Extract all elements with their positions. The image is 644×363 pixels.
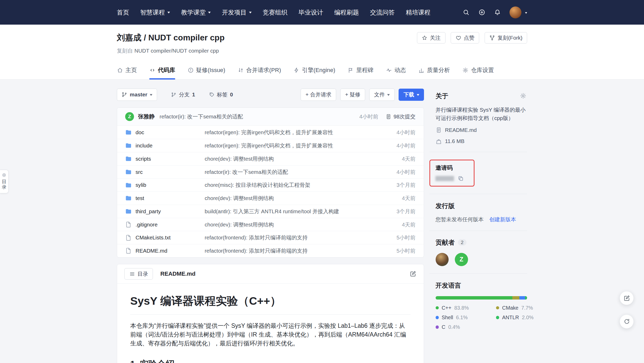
file-name[interactable]: .gitignore [125, 221, 204, 228]
table-row: README.md refactor(frontend): 添加对只编译前端的支… [117, 244, 424, 257]
readme-link[interactable]: README.md [436, 127, 527, 133]
file-menu-button[interactable]: 文件 [369, 89, 395, 101]
file-name[interactable]: sylib [125, 182, 204, 188]
legend-dot [496, 306, 499, 310]
avatar[interactable] [509, 6, 521, 18]
gear-icon [462, 67, 469, 73]
language-segment [512, 296, 519, 300]
copy-icon[interactable] [458, 175, 464, 182]
toc-float-button[interactable]: 目录 [0, 170, 9, 193]
legend-item: C++83.8% [436, 305, 496, 311]
like-button[interactable]: 点赞 [451, 32, 479, 44]
search-icon[interactable] [463, 9, 470, 16]
tab-activity[interactable]: 动态 [386, 61, 406, 79]
bell-icon[interactable] [494, 9, 501, 16]
fork-button[interactable]: 复刻(Fork) [485, 32, 527, 44]
commit-author-avatar[interactable]: Z [125, 112, 134, 121]
code-toolbar: master 分支1 标签0 + 合并请求 + 疑修 文件 下 [117, 89, 424, 101]
nav-competitions[interactable]: 竞赛组织 [263, 8, 287, 17]
file-name[interactable]: README.md [125, 247, 204, 254]
new-issue-button[interactable]: + 疑修 [340, 89, 365, 101]
file-commit-message[interactable]: refactor(irgen): 完善irgen代码和文档，提升扩展兼容性 [205, 142, 381, 149]
file-commit-message[interactable]: chore(dev): 调整test用例结构 [205, 221, 381, 228]
file-name[interactable]: doc [125, 129, 204, 136]
file-commit-message[interactable]: build(antlr): 引入第三方 ANTLR4 runtime/tool … [205, 208, 381, 215]
file-commit-message[interactable]: chore(misc): 按目录结构设计初始化工程骨架 [205, 181, 381, 189]
table-row: doc refactor(irgen): 完善irgen代码和文档，提升扩展兼容… [117, 126, 424, 139]
divider [429, 194, 527, 194]
nav-coding-practice[interactable]: 编程刷题 [334, 8, 359, 17]
edit-readme-button[interactable] [410, 271, 416, 277]
branches-link[interactable]: 分支1 [171, 91, 195, 98]
folder-icon [125, 169, 132, 175]
tab-home[interactable]: 主页 [117, 61, 137, 79]
contributor-avatar[interactable]: Z [455, 253, 468, 266]
file-commit-time: 4小时前 [380, 129, 415, 136]
file-commit-message[interactable]: refactor(frontend): 添加对只编译前端的支持 [205, 247, 381, 254]
tab-code[interactable]: 代码库 [149, 61, 175, 79]
repo-actions: 关注 点赞 复刻(Fork) [417, 32, 527, 44]
releases-section: 发行版 您暂未发布任何版本 创建新版本 [429, 202, 527, 223]
tab-engine[interactable]: 引擎(Engine) [293, 61, 335, 79]
releases-empty-text: 您暂未发布任何版本 [436, 216, 484, 223]
file-name[interactable]: include [125, 142, 204, 149]
readme-panel: 目录 README.md SysY 编译器课程实验（C++） 本仓库为“并行编译… [117, 264, 424, 363]
code-icon [149, 67, 155, 73]
file-name[interactable]: third_party [125, 208, 204, 215]
commit-time: 4小时前 [359, 113, 378, 120]
commit-message[interactable]: refactor(ir): 改一下sema相关的适配 [160, 113, 243, 120]
nav-qa[interactable]: 交流问答 [370, 8, 395, 17]
legend-dot [436, 325, 439, 329]
nav-dev-projects[interactable]: 开发项目 [222, 8, 252, 17]
table-row: CMakeLists.txt refactor(frontend): 添加对只编… [117, 231, 424, 244]
table-row: sylib chore(misc): 按目录结构设计初始化工程骨架 3个月前 [117, 178, 424, 191]
repo-description: 并行编译课程实验 SysY 编译器的最小可运行示例和指导文档（cpp版） [436, 106, 527, 122]
file-commit-message[interactable]: refactor(ir): 改一下sema相关的适配 [205, 168, 381, 176]
file-commit-message[interactable]: refactor(irgen): 完善irgen代码和文档，提升扩展兼容性 [205, 129, 381, 136]
file-name[interactable]: scripts [125, 155, 204, 162]
file-commit-message[interactable]: chore(dev): 调整test用例结构 [205, 195, 381, 202]
plus-icon[interactable] [478, 9, 485, 16]
file-name[interactable]: src [125, 169, 204, 175]
repo-sidebar: 关于 并行编译课程实验 SysY 编译器的最小可运行示例和指导文档（cpp版） … [429, 89, 527, 330]
file-browser: Z 张雅静 refactor(ir): 改一下sema相关的适配 4小时前 98… [117, 108, 424, 258]
nav-home[interactable]: 首页 [117, 8, 129, 17]
star-icon [422, 35, 427, 41]
nav-training[interactable]: 精培课程 [406, 8, 430, 17]
legend-dot [436, 316, 439, 319]
file-name[interactable]: test [125, 195, 204, 201]
primary-nav: 首页 智慧课程 教学课堂 开发项目 竞赛组织 毕业设计 编程刷题 交流问答 精培… [117, 8, 430, 17]
tab-issues[interactable]: 疑修(Issue) [188, 61, 225, 79]
tab-milestones[interactable]: 里程碑 [348, 61, 373, 79]
gear-icon[interactable] [520, 92, 526, 99]
file-commit-time: 4天前 [380, 155, 415, 162]
file-name[interactable]: CMakeLists.txt [125, 234, 204, 241]
nav-graduation[interactable]: 毕业设计 [299, 8, 323, 17]
top-navbar: 首页 智慧课程 教学课堂 开发项目 竞赛组织 毕业设计 编程刷题 交流问答 精培… [0, 0, 644, 25]
watch-button[interactable]: 关注 [417, 32, 445, 44]
contributor-avatar[interactable] [436, 253, 449, 266]
about-section: 关于 并行编译课程实验 SysY 编译器的最小可运行示例和指导文档（cpp版） … [429, 92, 527, 144]
file-commit-message[interactable]: chore(dev): 调整test用例结构 [205, 155, 381, 162]
list-icon [129, 271, 135, 277]
commit-author[interactable]: 张雅静 [138, 113, 155, 120]
tab-pull-requests[interactable]: 合并请求(PR) [238, 61, 281, 79]
refresh-button[interactable] [620, 315, 634, 329]
tab-settings[interactable]: 仓库设置 [462, 61, 494, 79]
new-pr-button[interactable]: + 合并请求 [301, 89, 336, 101]
branch-selector[interactable]: master [117, 89, 157, 101]
tags-link[interactable]: 标签0 [209, 91, 233, 98]
nav-teaching[interactable]: 教学课堂 [181, 8, 211, 17]
nav-smart-courses[interactable]: 智慧课程 [140, 8, 170, 17]
chevron-down-icon [167, 12, 170, 15]
toc-button[interactable]: 目录 [124, 268, 153, 280]
file-icon [125, 234, 132, 241]
file-commit-message[interactable]: refactor(frontend): 添加对只编译前端的支持 [205, 234, 381, 241]
invite-code-blurred [435, 176, 454, 181]
tab-quality[interactable]: 质量分析 [418, 61, 450, 79]
download-button[interactable]: 下载 [399, 89, 424, 101]
releases-title: 发行版 [436, 202, 527, 210]
commits-count-link[interactable]: 98次提交 [386, 113, 415, 120]
forked-from-link[interactable]: NUDT compiler/NUDT compiler cpp [135, 48, 219, 54]
create-release-link[interactable]: 创建新版本 [489, 216, 516, 223]
